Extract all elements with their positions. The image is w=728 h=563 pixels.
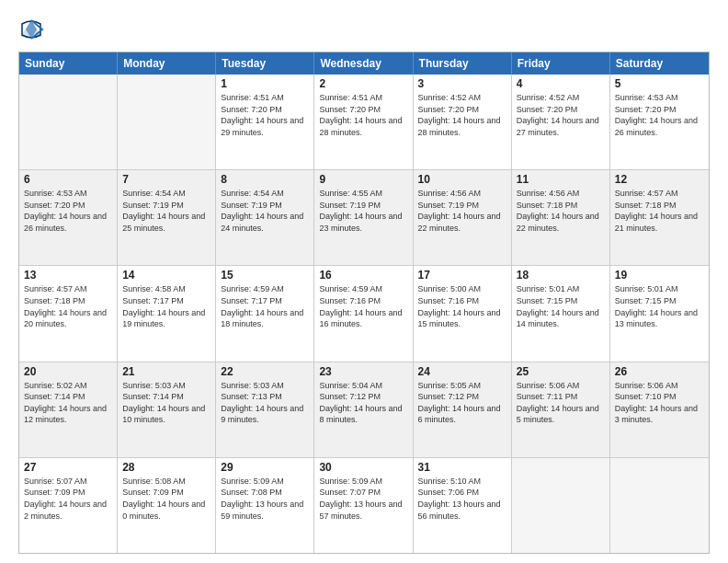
calendar-row: 27Sunrise: 5:07 AM Sunset: 7:09 PM Dayli…	[19, 457, 709, 553]
day-number: 30	[319, 461, 407, 474]
day-info: Sunrise: 5:01 AM Sunset: 7:15 PM Dayligh…	[615, 283, 704, 329]
day-info: Sunrise: 4:56 AM Sunset: 7:18 PM Dayligh…	[517, 188, 605, 234]
page: SundayMondayTuesdayWednesdayThursdayFrid…	[0, 0, 728, 563]
day-info: Sunrise: 4:59 AM Sunset: 7:16 PM Dayligh…	[319, 283, 407, 329]
day-number: 21	[122, 365, 210, 378]
day-info: Sunrise: 5:09 AM Sunset: 7:08 PM Dayligh…	[221, 476, 309, 522]
day-info: Sunrise: 4:52 AM Sunset: 7:20 PM Dayligh…	[517, 92, 605, 138]
calendar-cell: 24Sunrise: 5:05 AM Sunset: 7:12 PM Dayli…	[414, 362, 512, 457]
day-info: Sunrise: 4:51 AM Sunset: 7:20 PM Dayligh…	[319, 92, 407, 138]
day-number: 26	[615, 365, 704, 378]
day-number: 29	[221, 461, 309, 474]
calendar-row: 1Sunrise: 4:51 AM Sunset: 7:20 PM Daylig…	[19, 75, 709, 169]
header-thursday: Thursday	[414, 52, 512, 75]
calendar-cell: 16Sunrise: 4:59 AM Sunset: 7:16 PM Dayli…	[314, 266, 413, 361]
day-info: Sunrise: 4:53 AM Sunset: 7:20 PM Dayligh…	[615, 92, 704, 138]
calendar-cell: 1Sunrise: 4:51 AM Sunset: 7:20 PM Daylig…	[216, 75, 314, 169]
day-info: Sunrise: 5:07 AM Sunset: 7:09 PM Dayligh…	[24, 476, 112, 522]
day-number: 8	[221, 173, 309, 186]
logo-icon	[18, 17, 44, 42]
calendar-cell: 8Sunrise: 4:54 AM Sunset: 7:19 PM Daylig…	[216, 170, 314, 265]
day-number: 22	[221, 365, 309, 378]
calendar-cell: 22Sunrise: 5:03 AM Sunset: 7:13 PM Dayli…	[216, 362, 314, 457]
day-info: Sunrise: 5:06 AM Sunset: 7:11 PM Dayligh…	[517, 380, 605, 426]
day-info: Sunrise: 5:00 AM Sunset: 7:16 PM Dayligh…	[418, 283, 506, 329]
day-number: 4	[517, 77, 605, 90]
day-info: Sunrise: 4:59 AM Sunset: 7:17 PM Dayligh…	[221, 283, 309, 329]
calendar-cell: 13Sunrise: 4:57 AM Sunset: 7:18 PM Dayli…	[19, 266, 118, 361]
header-friday: Friday	[512, 52, 610, 75]
calendar-cell: 23Sunrise: 5:04 AM Sunset: 7:12 PM Dayli…	[314, 362, 413, 457]
calendar-cell: 21Sunrise: 5:03 AM Sunset: 7:14 PM Dayli…	[118, 362, 216, 457]
calendar-cell: 30Sunrise: 5:09 AM Sunset: 7:07 PM Dayli…	[314, 458, 413, 553]
day-info: Sunrise: 5:06 AM Sunset: 7:10 PM Dayligh…	[615, 380, 704, 426]
day-info: Sunrise: 4:55 AM Sunset: 7:19 PM Dayligh…	[319, 188, 407, 234]
day-info: Sunrise: 4:51 AM Sunset: 7:20 PM Dayligh…	[221, 92, 309, 138]
day-number: 6	[24, 173, 112, 186]
day-info: Sunrise: 4:58 AM Sunset: 7:17 PM Dayligh…	[122, 283, 210, 329]
calendar-cell: 31Sunrise: 5:10 AM Sunset: 7:06 PM Dayli…	[414, 458, 512, 553]
calendar-cell: 10Sunrise: 4:56 AM Sunset: 7:19 PM Dayli…	[414, 170, 512, 265]
header-saturday: Saturday	[610, 52, 709, 75]
day-number: 9	[319, 173, 407, 186]
day-info: Sunrise: 4:56 AM Sunset: 7:19 PM Dayligh…	[418, 188, 506, 234]
day-number: 28	[122, 461, 210, 474]
calendar-cell: 7Sunrise: 4:54 AM Sunset: 7:19 PM Daylig…	[118, 170, 216, 265]
day-info: Sunrise: 5:01 AM Sunset: 7:15 PM Dayligh…	[517, 283, 605, 329]
day-info: Sunrise: 5:04 AM Sunset: 7:12 PM Dayligh…	[319, 380, 407, 426]
calendar-cell: 9Sunrise: 4:55 AM Sunset: 7:19 PM Daylig…	[314, 170, 413, 265]
header-sunday: Sunday	[19, 52, 118, 75]
day-number: 19	[615, 269, 704, 282]
day-info: Sunrise: 5:03 AM Sunset: 7:13 PM Dayligh…	[221, 380, 309, 426]
day-number: 5	[615, 77, 704, 90]
day-number: 10	[418, 173, 506, 186]
calendar-row: 13Sunrise: 4:57 AM Sunset: 7:18 PM Dayli…	[19, 265, 709, 361]
calendar-header: SundayMondayTuesdayWednesdayThursdayFrid…	[19, 52, 709, 75]
day-number: 11	[517, 173, 605, 186]
header-monday: Monday	[118, 52, 216, 75]
calendar-cell: 12Sunrise: 4:57 AM Sunset: 7:18 PM Dayli…	[610, 170, 709, 265]
day-info: Sunrise: 5:02 AM Sunset: 7:14 PM Dayligh…	[24, 380, 112, 426]
day-info: Sunrise: 4:52 AM Sunset: 7:20 PM Dayligh…	[418, 92, 506, 138]
calendar-cell	[118, 75, 216, 169]
calendar-cell: 29Sunrise: 5:09 AM Sunset: 7:08 PM Dayli…	[216, 458, 314, 553]
day-number: 14	[122, 269, 210, 282]
day-number: 2	[319, 77, 407, 90]
header	[18, 17, 710, 42]
day-info: Sunrise: 5:09 AM Sunset: 7:07 PM Dayligh…	[319, 476, 407, 522]
calendar-cell: 25Sunrise: 5:06 AM Sunset: 7:11 PM Dayli…	[512, 362, 610, 457]
day-number: 1	[221, 77, 309, 90]
calendar-cell: 15Sunrise: 4:59 AM Sunset: 7:17 PM Dayli…	[216, 266, 314, 361]
day-number: 24	[418, 365, 506, 378]
day-number: 13	[24, 269, 112, 282]
day-info: Sunrise: 5:10 AM Sunset: 7:06 PM Dayligh…	[418, 476, 506, 522]
day-number: 3	[418, 77, 506, 90]
calendar-cell: 19Sunrise: 5:01 AM Sunset: 7:15 PM Dayli…	[610, 266, 709, 361]
calendar-cell: 17Sunrise: 5:00 AM Sunset: 7:16 PM Dayli…	[414, 266, 512, 361]
calendar-cell: 18Sunrise: 5:01 AM Sunset: 7:15 PM Dayli…	[512, 266, 610, 361]
calendar-cell	[19, 75, 118, 169]
calendar-cell	[610, 458, 709, 553]
day-info: Sunrise: 4:53 AM Sunset: 7:20 PM Dayligh…	[24, 188, 112, 234]
calendar-cell: 14Sunrise: 4:58 AM Sunset: 7:17 PM Dayli…	[118, 266, 216, 361]
header-tuesday: Tuesday	[216, 52, 314, 75]
day-number: 17	[418, 269, 506, 282]
day-number: 7	[122, 173, 210, 186]
calendar: SundayMondayTuesdayWednesdayThursdayFrid…	[18, 52, 710, 554]
calendar-cell: 26Sunrise: 5:06 AM Sunset: 7:10 PM Dayli…	[610, 362, 709, 457]
day-info: Sunrise: 4:57 AM Sunset: 7:18 PM Dayligh…	[615, 188, 704, 234]
day-number: 23	[319, 365, 407, 378]
day-number: 15	[221, 269, 309, 282]
calendar-cell: 27Sunrise: 5:07 AM Sunset: 7:09 PM Dayli…	[19, 458, 118, 553]
day-number: 20	[24, 365, 112, 378]
logo	[18, 17, 48, 42]
calendar-cell: 2Sunrise: 4:51 AM Sunset: 7:20 PM Daylig…	[314, 75, 413, 169]
day-info: Sunrise: 4:57 AM Sunset: 7:18 PM Dayligh…	[24, 283, 112, 329]
day-info: Sunrise: 4:54 AM Sunset: 7:19 PM Dayligh…	[122, 188, 210, 234]
day-number: 27	[24, 461, 112, 474]
calendar-cell: 3Sunrise: 4:52 AM Sunset: 7:20 PM Daylig…	[414, 75, 512, 169]
day-number: 31	[418, 461, 506, 474]
day-info: Sunrise: 5:05 AM Sunset: 7:12 PM Dayligh…	[418, 380, 506, 426]
calendar-cell: 4Sunrise: 4:52 AM Sunset: 7:20 PM Daylig…	[512, 75, 610, 169]
calendar-body: 1Sunrise: 4:51 AM Sunset: 7:20 PM Daylig…	[19, 75, 709, 553]
